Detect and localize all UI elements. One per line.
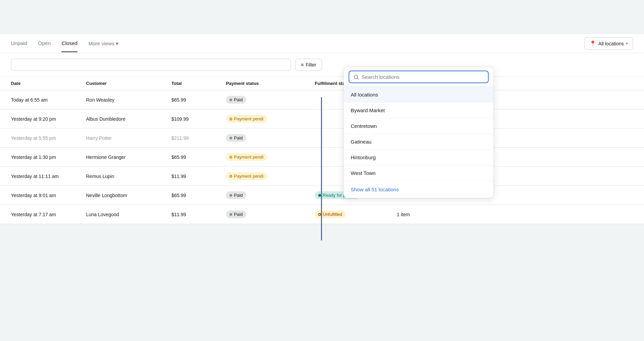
filter-button[interactable]: ≡ Filter xyxy=(295,59,322,71)
cell-payment-status: Paid xyxy=(226,210,315,218)
payment-badge: Payment pendi xyxy=(226,172,267,180)
header-customer: Customer xyxy=(86,81,171,86)
top-bar xyxy=(0,0,644,34)
cell-total: $11.99 xyxy=(171,212,226,217)
cell-payment-status: Payment pendi xyxy=(226,172,315,180)
dropdown-item-west-town[interactable]: West Town xyxy=(344,165,493,181)
dropdown-search-field xyxy=(349,71,489,83)
payment-badge: Paid xyxy=(226,210,246,218)
tab-more-views[interactable]: More views ▾ xyxy=(88,41,118,47)
dropdown-item-all-locations[interactable]: All locations xyxy=(344,87,493,103)
cell-customer: Hermione Granger xyxy=(86,154,171,160)
cell-date: Yesterday at 1:30 pm xyxy=(11,154,86,160)
tab-bar: Unpaid Open Closed More views ▾ 📍 All lo… xyxy=(0,34,644,53)
dot-icon xyxy=(318,213,321,216)
cell-date: Yesterday at 5:55 pm xyxy=(11,135,86,141)
orders-table: Date Customer Total Payment status Fulfi… xyxy=(0,77,644,224)
dot-icon xyxy=(229,213,232,216)
cell-fulfillment: Unfulfilled xyxy=(315,210,397,218)
blue-separator xyxy=(321,97,322,240)
header-date: Date xyxy=(11,81,86,86)
payment-badge: Paid xyxy=(226,134,246,142)
table-row[interactable]: Yesterday at 7:17 am Luna Lovegood $11.9… xyxy=(0,205,644,224)
dot-icon xyxy=(229,194,232,197)
cell-date: Yesterday at 9:20 pm xyxy=(11,116,86,122)
cell-payment-status: Payment pendi xyxy=(226,115,315,123)
cell-customer: Harry Potter xyxy=(86,135,171,141)
cell-customer: Ron Weasley xyxy=(86,97,171,103)
show-all-locations-link[interactable]: Show all 51 locations xyxy=(344,181,493,198)
dropdown-search-wrapper-outer xyxy=(344,67,493,87)
table-row[interactable]: Yesterday at 9:20 pm Albus Dumbledore $1… xyxy=(0,109,644,129)
search-input[interactable] xyxy=(11,59,291,71)
dot-icon xyxy=(318,194,321,197)
dropdown-item-hintonburg[interactable]: Hintonburg xyxy=(344,150,493,165)
dot-icon xyxy=(229,118,232,120)
table-row[interactable]: Yesterday at 11:11 am Remus Lupin $11.99… xyxy=(0,167,644,186)
cell-date: Yesterday at 11:11 am xyxy=(11,174,86,179)
cell-customer: Luna Lovegood xyxy=(86,212,171,217)
tab-unpaid[interactable]: Unpaid xyxy=(11,35,27,52)
chevron-down-icon: ▾ xyxy=(116,41,118,47)
tab-closed[interactable]: Closed xyxy=(61,35,78,52)
fulfillment-badge: Unfulfilled xyxy=(315,210,346,218)
cell-total: $65.99 xyxy=(171,154,226,160)
table-row[interactable]: Yesterday at 1:30 pm Hermione Granger $6… xyxy=(0,148,644,167)
cell-date: Yesterday at 9:01 am xyxy=(11,193,86,198)
cell-items: 1 item xyxy=(397,212,451,217)
cell-customer: Neville Longbottom xyxy=(86,193,171,198)
filter-bar: ≡ Filter xyxy=(0,53,644,77)
tab-bar-left: Unpaid Open Closed More views ▾ xyxy=(11,35,584,52)
payment-badge: Payment pendi xyxy=(226,115,267,123)
search-icon xyxy=(353,74,359,80)
cell-customer: Remus Lupin xyxy=(86,174,171,179)
cell-customer: Albus Dumbledore xyxy=(86,116,171,122)
cell-total: $65.99 xyxy=(171,193,226,198)
tab-open[interactable]: Open xyxy=(38,35,51,52)
table-row[interactable]: Today at 6:55 am Ron Weasley $65.99 Paid xyxy=(0,90,644,109)
dot-icon xyxy=(229,137,232,139)
cell-total: $109.99 xyxy=(171,116,226,122)
table-header: Date Customer Total Payment status Fulfi… xyxy=(0,77,644,90)
payment-badge: Paid xyxy=(226,191,246,199)
payment-badge: Payment pendi xyxy=(226,153,267,161)
header-payment-status: Payment status xyxy=(226,81,315,86)
pin-icon: 📍 xyxy=(589,40,596,47)
table-row[interactable]: Yesterday at 5:55 pm Harry Potter $211.9… xyxy=(0,129,644,148)
cell-total: $65.99 xyxy=(171,97,226,103)
chevron-down-icon: ▾ xyxy=(626,41,628,46)
cell-payment-status: Paid xyxy=(226,96,315,104)
cell-payment-status: Paid xyxy=(226,134,315,142)
cell-payment-status: Payment pendi xyxy=(226,153,315,161)
page-wrapper: Unpaid Open Closed More views ▾ 📍 All lo… xyxy=(0,0,644,341)
cell-total: $211.99 xyxy=(171,135,226,141)
dropdown-item-gatineau[interactable]: Gatineau xyxy=(344,134,493,150)
dropdown-item-byward-market[interactable]: Byward Market xyxy=(344,103,493,118)
header-total: Total xyxy=(171,81,226,86)
locations-dropdown: All locations Byward Market Centretown G… xyxy=(344,67,494,198)
dropdown-item-centretown[interactable]: Centretown xyxy=(344,118,493,134)
dot-icon xyxy=(229,156,232,159)
svg-line-1 xyxy=(357,78,359,79)
dot-icon xyxy=(229,175,232,178)
payment-badge: Paid xyxy=(226,96,246,104)
cell-date: Today at 6:55 am xyxy=(11,97,86,103)
dot-icon xyxy=(229,99,232,101)
tab-bar-right: 📍 All locations ▾ xyxy=(584,37,633,50)
locations-search-input[interactable] xyxy=(362,74,484,80)
cell-date: Yesterday at 7:17 am xyxy=(11,212,86,217)
locations-button[interactable]: 📍 All locations ▾ xyxy=(584,37,633,50)
cell-payment-status: Paid xyxy=(226,191,315,199)
table-row[interactable]: Yesterday at 9:01 am Neville Longbottom … xyxy=(0,186,644,205)
cell-total: $11.99 xyxy=(171,174,226,179)
filter-icon: ≡ xyxy=(301,62,304,68)
